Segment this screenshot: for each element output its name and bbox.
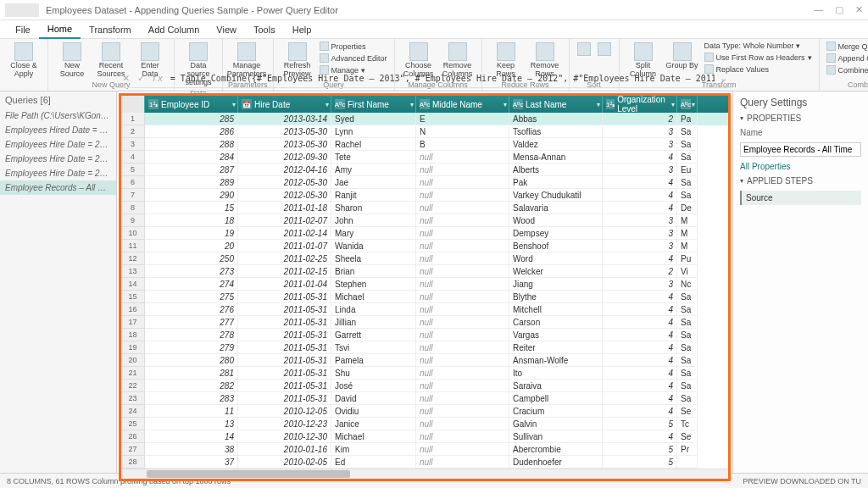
tab-home[interactable]: Home [39, 20, 81, 39]
table-row[interactable]: 212812011-05-31ShunullIto4Sa [121, 367, 728, 380]
table-row[interactable]: 132732011-02-15BriannullWelcker2Vi [121, 265, 728, 278]
first-row-headers-button[interactable]: Use First Row as Headers ▾ [703, 52, 814, 63]
append-queries-button[interactable]: Append Queries ▾ [825, 53, 868, 64]
formula-bar[interactable]: ✕ ✓ fx = Table.Combine({#"Employees Hire… [117, 69, 732, 88]
table-row[interactable]: 26142010-12-30MichaelnullSullivan4Se [121, 430, 728, 443]
column-header[interactable]: Aᴮc▾ [677, 96, 698, 113]
merge-queries-button[interactable]: Merge Queries ▾ [825, 41, 868, 52]
horizontal-scrollbar[interactable] [121, 469, 728, 479]
maximize-icon[interactable]: ▢ [835, 4, 843, 15]
properties-header[interactable]: PROPERTIES [740, 114, 861, 123]
table-row[interactable]: 62892012-05-30JaenullPak4Sa [121, 176, 728, 189]
formula-expand-icon[interactable]: ⌄ [720, 73, 727, 84]
query-settings-title: Query Settings [740, 97, 861, 108]
table-row[interactable]: 162762011-05-31LindanullMitchell4Sa [121, 303, 728, 316]
tab-view[interactable]: View [208, 21, 245, 38]
table-row[interactable]: 72902012-05-30RanjitnullVarkey Chudukati… [121, 189, 728, 202]
query-item[interactable]: File Path (C:\Users\KGoncalves\Go… [0, 108, 116, 123]
table-row[interactable]: 182782011-05-31GarrettnullVargas4Sa [121, 329, 728, 341]
formula-text[interactable]: = Table.Combine({#"Employees Hire Date –… [170, 74, 715, 83]
advanced-editor-button[interactable]: Advanced Editor [318, 53, 389, 64]
table-row[interactable]: 12852013-03-14SyedEAbbas2Pa [121, 113, 728, 125]
minimize-icon[interactable]: — [814, 4, 823, 15]
table-row[interactable]: 142742011-01-04StephennullJiang3Nc [121, 278, 728, 291]
column-header[interactable]: 1²₃Employee ID▾ [145, 96, 238, 113]
table-row[interactable]: 9182011-02-07JohnnullWood3M [121, 214, 728, 227]
query-item[interactable]: Employees Hire Date = 2013 [0, 166, 116, 180]
applied-step-source[interactable]: Source [740, 191, 861, 205]
table-row[interactable]: 32882013-05-30RachelBValdez3Sa [121, 138, 728, 151]
data-grid[interactable]: 1²₃Employee ID▾📅Hire Date▾AᴮcFirst Name▾… [121, 96, 728, 479]
column-header[interactable]: 1²₃Organization Level▾ [603, 96, 677, 113]
table-row[interactable]: 28372010-02-05EdnullDudenhoefer5 [121, 456, 728, 469]
window-title: Employees Dataset - Appending Queries Sa… [46, 5, 814, 15]
table-row[interactable]: 222822011-05-31JosénullSaraiva4Sa [121, 380, 728, 392]
tab-transform[interactable]: Transform [81, 21, 140, 38]
table-row[interactable]: 122502011-02-25SheelanullWord4Pu [121, 252, 728, 265]
query-name-input[interactable] [740, 142, 861, 157]
tab-file[interactable]: File [7, 21, 39, 38]
close-apply-button[interactable]: Close & Apply [5, 41, 42, 80]
all-properties-link[interactable]: All Properties [740, 162, 861, 171]
table-row[interactable]: 8152011-01-18SharonnullSalavaria4De [121, 202, 728, 214]
table-row[interactable]: 202802011-05-31PamelanullAnsman-Wolfe4Sa [121, 354, 728, 367]
table-row[interactable]: 42842012-09-30TetenullMensa-Annan4Sa [121, 151, 728, 164]
table-row[interactable]: 232832011-05-31DavidnullCampbell4Sa [121, 392, 728, 405]
tab-add-column[interactable]: Add Column [140, 21, 209, 38]
table-row[interactable]: 52872012-04-16AmynullAlberts3Eu [121, 164, 728, 176]
status-right: PREVIEW DOWNLOADED ON TU [743, 477, 861, 485]
table-row[interactable]: 24112010-12-05OvidiunullCracium4Se [121, 405, 728, 418]
queries-panel: Queries [6] File Path (C:\Users\KGoncalv… [0, 92, 117, 473]
close-icon[interactable]: ✕ [855, 4, 863, 15]
table-row[interactable]: 11202011-01-07WanidanullBenshoof3M [121, 240, 728, 252]
tab-help[interactable]: Help [284, 21, 320, 38]
data-grid-frame: 1²₃Employee ID▾📅Hire Date▾AᴮcFirst Name▾… [119, 93, 731, 481]
query-item[interactable]: Employees Hire Date = 2011 [0, 137, 116, 152]
formula-icons[interactable]: ✕ ✓ fx [122, 73, 165, 84]
table-row[interactable]: 192792011-05-31TsvinullReiter4Sa [121, 341, 728, 354]
new-source-button[interactable]: New Source [53, 41, 91, 80]
queries-header: Queries [6] [0, 92, 116, 108]
ribbon-tabs: FileHomeTransformAdd ColumnViewToolsHelp [0, 20, 868, 39]
table-row[interactable]: 172772011-05-31JilliannullCarson4Sa [121, 316, 728, 329]
data-type-dropdown[interactable]: Data Type: Whole Number ▾ [703, 41, 814, 51]
column-header[interactable]: AᴮcLast Name▾ [509, 96, 603, 113]
title-bar: Employees Dataset - Appending Queries Sa… [0, 0, 868, 20]
grid-header-row: 1²₃Employee ID▾📅Hire Date▾AᴮcFirst Name▾… [121, 96, 728, 113]
table-row[interactable]: 25132010-12-23JanicenullGalvin5Tc [121, 418, 728, 430]
name-label: Name [740, 128, 861, 137]
query-item[interactable]: Employees Hire Date = 2012 [0, 152, 116, 166]
query-item[interactable]: Employee Records – All Time [0, 180, 116, 195]
column-header[interactable]: 📅Hire Date▾ [238, 96, 331, 113]
applied-steps-header[interactable]: APPLIED STEPS [740, 176, 861, 186]
column-header[interactable]: AᴮcFirst Name▾ [331, 96, 416, 113]
table-row[interactable]: 152752011-05-31MichaelnullBlythe4Sa [121, 291, 728, 303]
table-row[interactable]: 10192011-02-14MarynullDempsey3M [121, 227, 728, 240]
table-row[interactable]: 27382010-01-16KimnullAbercrombie5Pr [121, 443, 728, 456]
properties-button[interactable]: Properties [318, 41, 389, 52]
query-item[interactable]: Employees Hired Date = 2010 [0, 123, 116, 137]
query-settings-panel: Query Settings PROPERTIES Name All Prope… [732, 92, 868, 473]
combine-files-button[interactable]: Combine Files [825, 64, 868, 75]
column-header[interactable]: AᴮcMiddle Name▾ [416, 96, 509, 113]
tab-tools[interactable]: Tools [245, 21, 284, 38]
quick-access-toolbar[interactable] [5, 3, 39, 17]
table-row[interactable]: 22862013-05-30LynnNTsoflias3Sa [121, 125, 728, 138]
